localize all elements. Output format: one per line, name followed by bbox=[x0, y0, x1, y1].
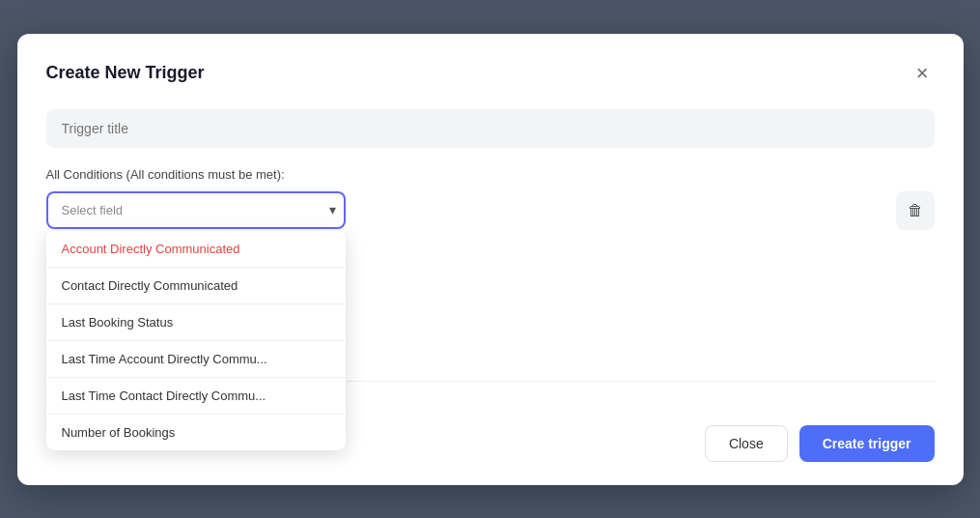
trigger-title-input[interactable] bbox=[46, 109, 935, 148]
field-row: Select field ▾ Account Directly Communic… bbox=[46, 191, 935, 230]
dropdown-item-last-time-account[interactable]: Last Time Account Directly Commu... bbox=[46, 341, 346, 378]
modal-header: Create New Trigger × bbox=[46, 61, 935, 86]
trash-icon: 🗑 bbox=[908, 202, 923, 219]
dropdown-item-booking-status-label: Last Booking Status bbox=[62, 315, 174, 330]
dropdown-item-contact[interactable]: Contact Directly Communicated bbox=[46, 268, 346, 304]
close-button[interactable]: Close bbox=[705, 425, 788, 462]
select-field[interactable]: Select field bbox=[46, 191, 346, 229]
delete-condition-button[interactable]: 🗑 bbox=[896, 191, 935, 230]
dropdown-item-booking-status[interactable]: Last Booking Status bbox=[46, 304, 346, 341]
create-trigger-button[interactable]: Create trigger bbox=[799, 425, 935, 462]
dropdown-item-last-time-account-label: Last Time Account Directly Commu... bbox=[62, 352, 267, 366]
create-trigger-modal: Create New Trigger × All Conditions (All… bbox=[17, 34, 964, 485]
dropdown-item-account[interactable]: Account Directly Communicated bbox=[46, 231, 346, 268]
dropdown-item-contact-label: Contact Directly Communicated bbox=[62, 278, 238, 293]
dropdown-item-last-time-contact[interactable]: Last Time Contact Directly Commu... bbox=[46, 378, 346, 415]
dropdown-item-last-time-contact-label: Last Time Contact Directly Commu... bbox=[62, 388, 266, 403]
dropdown-item-account-label: Account Directly Communicated bbox=[62, 242, 240, 256]
modal-overlay: Create New Trigger × All Conditions (All… bbox=[0, 0, 980, 518]
dropdown-menu: Account Directly Communicated Contact Di… bbox=[46, 231, 346, 450]
modal-title: Create New Trigger bbox=[46, 63, 205, 83]
dropdown-item-bookings[interactable]: Number of Bookings bbox=[46, 415, 346, 450]
dropdown-item-bookings-label: Number of Bookings bbox=[62, 425, 176, 440]
content-area: Select field ▾ Account Directly Communic… bbox=[46, 191, 935, 462]
close-icon-button[interactable]: × bbox=[910, 61, 935, 86]
highlight-account: ount Directly Communica bbox=[82, 242, 222, 256]
all-conditions-label: All Conditions (All conditions must be m… bbox=[46, 167, 935, 182]
select-wrapper: Select field ▾ Account Directly Communic… bbox=[46, 191, 346, 229]
